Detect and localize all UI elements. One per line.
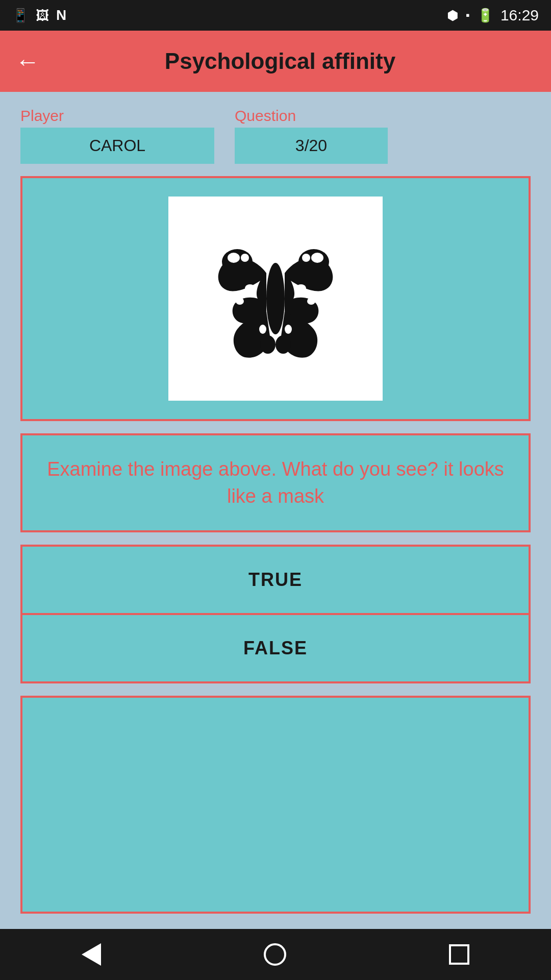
svg-point-13 [259,325,266,334]
svg-point-5 [311,253,323,263]
app-header: ← Psychological affinity [0,31,551,92]
false-button[interactable]: FALSE [22,615,529,681]
recents-nav-icon[interactable] [449,944,469,965]
nav-bar [0,929,551,980]
image-icon: 🖼 [36,8,49,23]
true-button[interactable]: TRUE [22,547,529,615]
svg-point-7 [260,335,276,354]
svg-point-2 [228,253,240,263]
status-time: 16:29 [500,7,539,24]
bottom-card [20,696,531,914]
inkblot-card [20,176,531,421]
svg-point-12 [307,298,315,305]
bluetooth-icon: ⬢ [447,8,459,23]
question-card: Examine the image above. What do you see… [20,433,531,532]
svg-point-11 [296,284,306,292]
info-row: Player CAROL Question 3/20 [20,107,531,164]
status-bar-left: 📱 🖼 N [12,7,66,23]
sim-icon: ▪ [466,9,470,22]
player-field: Player CAROL [20,107,214,164]
battery-icon: 🔋 [477,8,493,23]
page-title: Psychological affinity [55,48,505,74]
main-content: Player CAROL Question 3/20 [0,92,551,929]
svg-point-9 [245,284,255,292]
svg-point-10 [236,298,244,305]
svg-point-6 [302,254,310,262]
phone-icon: 📱 [12,8,29,23]
svg-point-14 [285,325,292,334]
svg-point-3 [241,254,249,262]
player-label: Player [20,107,214,125]
inkblot-image [168,197,383,401]
status-bar: 📱 🖼 N ⬢ ▪ 🔋 16:29 [0,0,551,31]
question-label: Question [235,107,388,125]
question-text: Examine the image above. What do you see… [43,456,508,510]
question-value: 3/20 [235,128,388,164]
player-value: CAROL [20,128,214,164]
answers-container: TRUE FALSE [20,545,531,683]
back-button[interactable]: ← [15,47,40,76]
svg-point-8 [276,335,291,354]
home-nav-icon[interactable] [264,943,286,966]
inkblot-svg [179,207,372,390]
question-field: Question 3/20 [235,107,388,164]
n-icon: N [56,7,66,23]
back-nav-icon[interactable] [82,943,101,966]
svg-point-0 [266,263,285,334]
status-bar-right: ⬢ ▪ 🔋 16:29 [447,7,539,24]
